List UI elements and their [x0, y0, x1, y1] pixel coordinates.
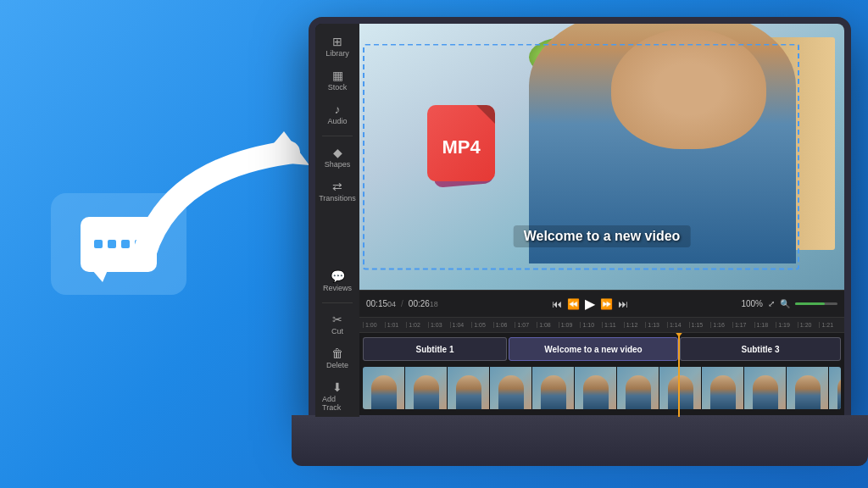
preview-area: MP4 Welcome to a new video — [359, 24, 844, 290]
ruler-mark: 1:19 — [776, 322, 798, 328]
chat-bubble-icon — [81, 217, 157, 272]
thumb-9 — [702, 367, 744, 409]
delete-icon: 🗑 — [331, 347, 343, 359]
sidebar-item-cut[interactable]: ✂ Cut — [319, 308, 356, 341]
prev-frame-button[interactable]: ⏪ — [567, 298, 580, 310]
controls-right: 100% ⤢ 🔍 — [741, 299, 837, 308]
sidebar-label-reviews: Reviews — [323, 284, 352, 292]
volume-slider[interactable] — [795, 302, 837, 305]
sidebar-label-transitions: Transitions — [319, 194, 356, 202]
sidebar-item-transitions[interactable]: ⇄ Transitions — [319, 175, 356, 208]
next-frame-button[interactable]: ⏩ — [600, 298, 613, 310]
sidebar-label-add-track: Add Track — [322, 395, 353, 412]
fullscreen-icon[interactable]: ⤢ — [768, 299, 775, 308]
sidebar-label-audio: Audio — [327, 117, 347, 125]
ruler-mark: 1:04 — [450, 322, 472, 328]
total-time: 00:2618 — [409, 299, 438, 308]
sidebar: ⊞ Library ▦ Stock ♪ Audio ◆ Shapes ⇄ — [315, 24, 359, 417]
subtitle-track: Subtitle 1 Welcome to a new video Subtit… — [363, 337, 841, 361]
ruler-marks: 1:00 1:01 1:02 1:03 1:04 1:05 1:06 1:07 … — [363, 322, 841, 328]
zoom-icon: 🔍 — [780, 299, 790, 308]
ruler-mark: 1:01 — [385, 322, 407, 328]
ruler-mark: 1:10 — [580, 322, 602, 328]
ruler-mark: 1:18 — [754, 322, 776, 328]
ruler-mark: 1:15 — [689, 322, 711, 328]
sidebar-label-delete: Delete — [326, 361, 348, 369]
ruler-mark: 1:02 — [406, 322, 428, 328]
sidebar-item-library[interactable]: ⊞ Library — [319, 30, 356, 63]
ruler-mark: 1:14 — [667, 322, 689, 328]
dot-3 — [121, 240, 130, 248]
thumb-6 — [575, 367, 617, 409]
sidebar-divider-1 — [322, 136, 353, 136]
ruler-mark: 1:20 — [798, 322, 820, 328]
sidebar-label-stock: Stock — [328, 83, 348, 92]
ruler-mark: 1:03 — [428, 322, 450, 328]
ruler-mark: 1:12 — [624, 322, 646, 328]
playhead[interactable] — [678, 333, 680, 417]
mp4-icon: MP4 — [427, 101, 504, 194]
laptop-screen: ⊞ Library ▦ Stock ♪ Audio ◆ Shapes ⇄ — [309, 17, 851, 424]
sidebar-label-library: Library — [326, 49, 349, 58]
thumb-2 — [405, 367, 448, 409]
dot-4 — [135, 240, 143, 248]
transitions-icon: ⇄ — [332, 180, 342, 192]
ruler-mark: 1:08 — [537, 322, 559, 328]
ruler-mark: 1:13 — [645, 322, 667, 328]
volume-fill — [795, 302, 825, 305]
video-track — [363, 367, 841, 409]
library-icon: ⊞ — [332, 36, 342, 47]
subtitle-overlay: Welcome to a new video — [514, 225, 691, 247]
current-time: 00:1504 — [366, 299, 396, 308]
thumb-7 — [617, 367, 659, 409]
reviews-icon: 💬 — [331, 270, 345, 282]
ruler-mark: 1:21 — [819, 322, 841, 328]
ruler-mark: 1:16 — [710, 322, 732, 328]
thumb-5 — [532, 367, 575, 409]
main-area: MP4 Welcome to a new video 00:1504 / — [359, 24, 844, 417]
stock-icon: ▦ — [332, 69, 343, 81]
thumb-3 — [448, 367, 490, 409]
ruler-mark: 1:17 — [732, 322, 754, 328]
sidebar-item-audio[interactable]: ♪ Audio — [319, 98, 356, 130]
subtitle-clip-3[interactable]: Subtitle 3 — [680, 337, 841, 361]
thumb-11 — [787, 367, 829, 409]
person-head — [611, 29, 766, 148]
dot-2 — [108, 240, 116, 248]
sidebar-item-delete[interactable]: 🗑 Delete — [319, 342, 356, 374]
mp4-label: MP4 — [442, 136, 480, 158]
zoom-level: 100% — [741, 299, 763, 308]
sidebar-item-reviews[interactable]: 💬 Reviews — [319, 265, 356, 297]
editor-app: ⊞ Library ▦ Stock ♪ Audio ◆ Shapes ⇄ — [315, 24, 844, 417]
skip-back-button[interactable]: ⏮ — [552, 298, 562, 310]
play-button[interactable]: ▶ — [585, 296, 595, 312]
cut-icon: ✂ — [332, 313, 342, 325]
playback-controls: ⏮ ⏪ ▶ ⏩ ⏭ — [552, 296, 628, 312]
thumb-12 — [829, 367, 841, 409]
sidebar-item-stock[interactable]: ▦ Stock — [319, 64, 356, 97]
ruler-mark: 1:05 — [471, 322, 493, 328]
timeline-area: Subtitle 1 Welcome to a new video Subtit… — [359, 332, 844, 417]
ruler-mark: 1:00 — [363, 322, 385, 328]
ruler-mark: 1:09 — [559, 322, 581, 328]
add-track-icon: ⬇ — [332, 381, 342, 393]
dot-1 — [94, 240, 103, 248]
sidebar-label-cut: Cut — [331, 327, 343, 336]
ruler-mark: 1:06 — [493, 322, 515, 328]
audio-icon: ♪ — [335, 103, 341, 115]
thumb-1 — [363, 367, 405, 409]
sidebar-label-shapes: Shapes — [325, 160, 351, 169]
timeline-ruler: 1:00 1:01 1:02 1:03 1:04 1:05 1:06 1:07 … — [359, 317, 844, 332]
sidebar-item-add-track[interactable]: ⬇ Add Track — [319, 376, 356, 417]
shapes-icon: ◆ — [333, 147, 342, 158]
thumb-4 — [490, 367, 532, 409]
thumb-10 — [744, 367, 787, 409]
chat-icon-box — [51, 193, 186, 295]
subtitle-clip-1[interactable]: Subtitle 1 — [363, 337, 507, 361]
laptop: ⊞ Library ▦ Stock ♪ Audio ◆ Shapes ⇄ — [292, 17, 868, 474]
subtitle-clip-2[interactable]: Welcome to a new video — [509, 337, 678, 361]
skip-forward-button[interactable]: ⏭ — [618, 298, 628, 310]
player-controls: 00:1504 / 00:2618 ⏮ ⏪ ▶ ⏩ ⏭ 100% — [359, 290, 844, 317]
sidebar-item-shapes[interactable]: ◆ Shapes — [319, 141, 356, 174]
ruler-mark: 1:11 — [602, 322, 624, 328]
